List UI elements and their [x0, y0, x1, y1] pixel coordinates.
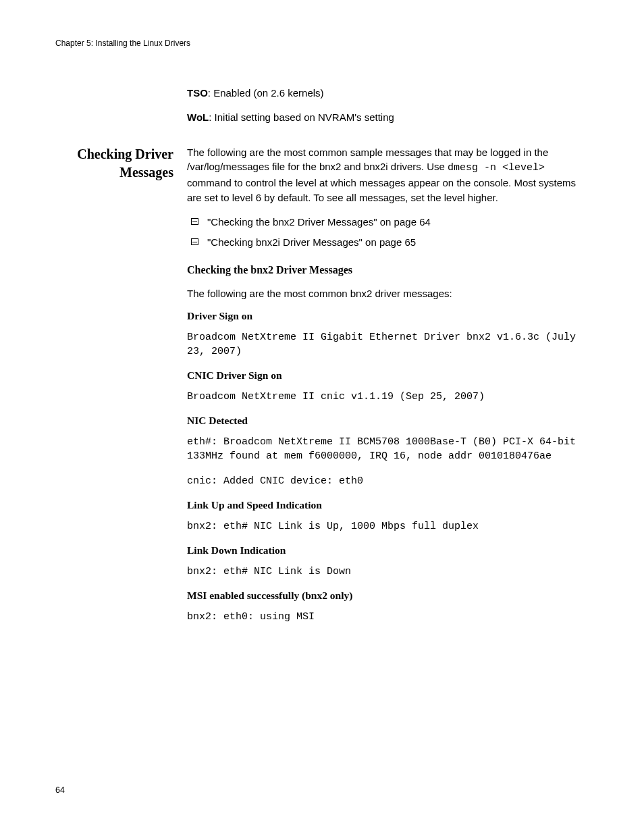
code-cnic-signon: Broadcom NetXtreme II cnic v1.1.19 (Sep …: [187, 390, 589, 404]
bnx2-intro: The following are the most common bnx2 d…: [187, 286, 589, 301]
heading-driver-signon: Driver Sign on: [187, 310, 589, 322]
page-header: Chapter 5: Installing the Linux Drivers: [55, 38, 589, 48]
tso-value: : Enabled (on 2.6 kernels): [208, 87, 324, 99]
intro-cmd: dmesg -n <level>: [448, 162, 545, 174]
tso-label: TSO: [187, 87, 208, 99]
bullet-icon: [191, 218, 198, 225]
code-link-up: bnx2: eth# NIC Link is Up, 1000 Mbps ful…: [187, 519, 589, 533]
wol-label: WoL: [187, 111, 209, 123]
list-item: "Checking the bnx2 Driver Messages" on p…: [187, 215, 589, 230]
bullet-icon: [191, 238, 198, 245]
bullet-text: "Checking bnx2i Driver Messages" on page…: [207, 236, 416, 248]
intro-part2: command to control the level at which me…: [187, 177, 576, 203]
section-sidebar-heading: Checking Driver Messages: [55, 145, 173, 635]
heading-nic-detected: NIC Detected: [187, 415, 589, 427]
bullet-text: "Checking the bnx2 Driver Messages" on p…: [207, 216, 431, 228]
wol-value: : Initial setting based on NVRAM's setti…: [209, 111, 394, 123]
tso-setting: TSO: Enabled (on 2.6 kernels): [187, 86, 589, 101]
heading-link-up: Link Up and Speed Indication: [187, 499, 589, 511]
list-item: "Checking bnx2i Driver Messages" on page…: [187, 235, 589, 251]
wol-setting: WoL: Initial setting based on NVRAM's se…: [187, 110, 589, 125]
heading-cnic-signon: CNIC Driver Sign on: [187, 369, 589, 382]
intro-paragraph: The following are the most common sample…: [187, 145, 589, 205]
code-nic-detected-2: cnic: Added CNIC device: eth0: [187, 474, 589, 488]
heading-msi: MSI enabled successfully (bnx2 only): [187, 590, 589, 602]
code-msi: bnx2: eth0: using MSI: [187, 610, 589, 624]
xref-list: "Checking the bnx2 Driver Messages" on p…: [187, 215, 589, 251]
page-number: 64: [55, 785, 65, 795]
code-driver-signon: Broadcom NetXtreme II Gigabit Ethernet D…: [187, 330, 589, 359]
heading-link-down: Link Down Indication: [187, 544, 589, 556]
code-link-down: bnx2: eth# NIC Link is Down: [187, 565, 589, 579]
section-heading-bnx2: Checking the bnx2 Driver Messages: [187, 264, 589, 276]
code-nic-detected-1: eth#: Broadcom NetXtreme II BCM5708 1000…: [187, 435, 589, 463]
